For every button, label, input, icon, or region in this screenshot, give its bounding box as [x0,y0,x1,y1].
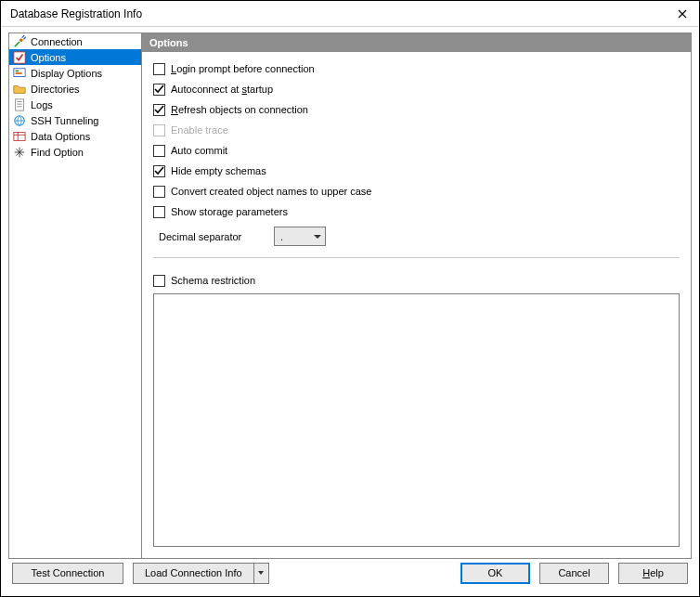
decimal-separator-combo[interactable]: . [274,227,326,246]
checkbox-icon [153,165,165,177]
display-icon [12,66,27,81]
sidebar: Connection Options Display Options Direc… [8,32,142,559]
options-icon [12,50,27,65]
checkbox-label: Auto commit [171,145,227,156]
chevron-down-icon [258,571,264,575]
sidebar-item-label: Logs [31,99,53,110]
sidebar-item-label: Options [31,52,66,63]
load-connection-split-button: Load Connection Info [133,563,269,584]
checkbox-schema-restriction[interactable]: Schema restriction [153,273,680,288]
sidebar-item-connection[interactable]: Connection [9,33,141,49]
help-button[interactable]: Help [618,563,688,584]
checkbox-label: Refresh objects on connection [171,104,308,115]
checkbox-autoconnect[interactable]: Autoconnect at startup [153,82,680,97]
checkbox-icon [153,124,165,136]
checkbox-icon [153,63,165,75]
checkbox-show-storage[interactable]: Show storage parameters [153,204,680,219]
checkbox-label: Convert created object names to upper ca… [171,186,371,197]
svg-rect-4 [16,72,22,74]
footer: Test Connection Load Connection Info OK … [1,559,699,596]
svg-rect-5 [16,98,24,110]
section-header: Options [142,33,691,52]
cancel-label: Cancel [558,567,590,578]
data-icon [12,129,27,144]
checkbox-icon [153,84,165,96]
checkbox-convert-upper[interactable]: Convert created object names to upper ca… [153,184,680,199]
svg-rect-10 [14,132,25,140]
folder-icon [12,82,27,97]
checkbox-label: Enable trace [171,124,228,136]
sidebar-item-directories[interactable]: Directories [9,81,141,97]
sidebar-item-label: Find Option [31,147,84,158]
close-button[interactable] [671,5,694,23]
checkbox-label: Login prompt before connection [171,63,315,74]
find-icon [12,145,27,160]
combo-value: . [280,231,283,242]
checkbox-enable-trace: Enable trace [153,123,680,137]
sidebar-item-display-options[interactable]: Display Options [9,65,141,81]
connection-icon [12,34,27,49]
decimal-separator-label: Decimal separator [153,231,265,242]
checkbox-label: Show storage parameters [171,206,288,217]
sidebar-item-logs[interactable]: Logs [9,97,141,112]
checkbox-login-prompt[interactable]: Login prompt before connection [153,61,680,76]
svg-rect-3 [16,70,19,71]
dialog-body: Connection Options Display Options Direc… [1,27,699,559]
sidebar-item-label: Connection [31,36,83,47]
divider [153,257,680,258]
main-panel: Options Login prompt before connection A… [142,32,692,559]
checkbox-icon [153,145,165,157]
checkbox-icon [153,186,165,198]
schema-restriction-textarea[interactable] [153,293,680,547]
checkbox-refresh-objects[interactable]: Refresh objects on connection [153,102,680,117]
checkbox-hide-empty-schemas[interactable]: Hide empty schemas [153,163,680,178]
svg-point-0 [19,38,23,42]
titlebar: Database Registration Info [1,1,699,27]
ssh-icon [12,113,27,128]
checkbox-label: Hide empty schemas [171,165,266,176]
logs-icon [12,97,27,112]
sidebar-item-label: SSH Tunneling [31,115,98,126]
checkbox-label: Autoconnect at startup [171,84,273,95]
cancel-button[interactable]: Cancel [539,563,609,584]
checkbox-auto-commit[interactable]: Auto commit [153,143,680,158]
load-connection-button[interactable]: Load Connection Info [133,563,254,584]
decimal-separator-row: Decimal separator . [153,227,680,246]
sidebar-item-label: Data Options [31,131,90,142]
sidebar-item-find-option[interactable]: Find Option [9,144,141,160]
options-area: Login prompt before connection Autoconne… [142,52,691,293]
sidebar-item-label: Directories [31,84,80,95]
checkbox-icon [153,104,165,116]
sidebar-item-options[interactable]: Options [9,49,141,65]
ok-button[interactable]: OK [460,563,530,584]
dialog-window: Database Registration Info Connection Op… [0,0,700,597]
checkbox-icon [153,275,165,287]
load-connection-dropdown[interactable] [254,563,269,584]
checkbox-icon [153,206,165,218]
window-title: Database Registration Info [10,7,142,20]
chevron-down-icon [314,235,321,239]
sidebar-item-label: Display Options [31,68,102,79]
sidebar-item-ssh-tunneling[interactable]: SSH Tunneling [9,112,141,128]
sidebar-item-data-options[interactable]: Data Options [9,128,141,144]
test-connection-button[interactable]: Test Connection [12,563,123,584]
checkbox-label: Schema restriction [171,275,255,286]
